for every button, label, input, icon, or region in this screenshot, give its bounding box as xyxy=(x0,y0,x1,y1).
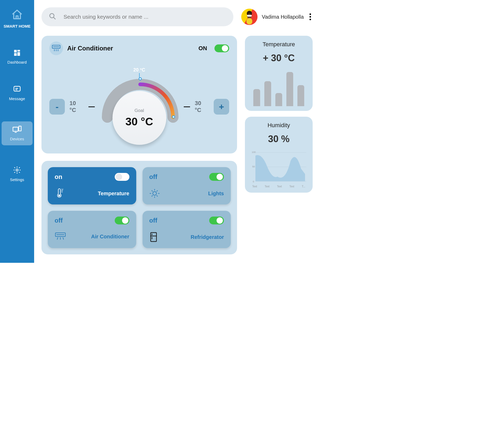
device-label: Air Conditioner xyxy=(91,234,129,240)
increase-button[interactable]: + xyxy=(214,99,229,115)
humidity-card: Humidity 30 % 100 50 0 Text Text xyxy=(245,117,313,193)
svg-text:0: 0 xyxy=(253,180,254,183)
sidebar-item-dashboard[interactable]: Dashboard xyxy=(7,49,27,64)
grid-icon xyxy=(13,49,21,57)
home-icon xyxy=(11,9,23,20)
tick-right xyxy=(184,106,190,107)
svg-rect-12 xyxy=(247,15,252,17)
device-toggle[interactable] xyxy=(209,173,224,181)
device-state: off xyxy=(55,217,63,224)
stats-column: Temperature + 30 °C Humidity 30 % 100 xyxy=(245,36,313,263)
svg-text:°C: °C xyxy=(61,188,64,191)
message-icon xyxy=(13,85,21,93)
svg-rect-2 xyxy=(17,52,20,56)
sidebar-item-label: Dashboard xyxy=(7,60,27,64)
device-state: off xyxy=(149,173,158,181)
svg-text:100: 100 xyxy=(252,151,256,153)
device-state: on xyxy=(55,173,62,181)
device-label: Refridgerator xyxy=(191,234,224,240)
svg-rect-6 xyxy=(19,126,21,131)
ac-card: Air Conditioner ON - 10 °C 20 °C xyxy=(41,36,237,153)
svg-rect-11 xyxy=(246,18,252,24)
ac-icon xyxy=(55,232,66,241)
fridge-icon xyxy=(149,232,161,242)
gauge-goal-label: Goal xyxy=(135,108,144,113)
device-grid-card: on °C Temperature xyxy=(41,161,237,254)
light-icon xyxy=(149,188,161,199)
device-tile-temperature[interactable]: on °C Temperature xyxy=(48,167,136,204)
humidity-title: Humidity xyxy=(251,122,306,129)
svg-point-16 xyxy=(153,192,156,195)
svg-point-7 xyxy=(16,169,18,171)
gauge-dot-right xyxy=(172,115,175,119)
device-tile-lights[interactable]: off Lights xyxy=(143,167,231,204)
avatar xyxy=(241,9,258,25)
device-toggle[interactable] xyxy=(209,217,224,224)
svg-point-14 xyxy=(59,195,60,196)
ac-status-label: ON xyxy=(198,45,207,52)
topbar: Vadima Hollapolla xyxy=(41,7,313,26)
sidebar-item-devices[interactable]: Devices xyxy=(2,121,32,145)
device-toggle[interactable] xyxy=(115,173,129,181)
device-toggle[interactable] xyxy=(115,217,129,224)
range-top: 20 °C xyxy=(133,67,145,73)
sidebar-brand[interactable]: SMART HOME xyxy=(4,9,31,28)
svg-rect-4 xyxy=(14,86,20,91)
temperature-dial[interactable]: 20 °C xyxy=(99,67,179,146)
svg-rect-18 xyxy=(151,233,156,242)
gauge-dot-top xyxy=(139,77,142,80)
search-input[interactable] xyxy=(64,14,226,20)
decrease-button[interactable]: - xyxy=(49,99,65,115)
temperature-bar-chart xyxy=(251,69,306,106)
temperature-card: Temperature + 30 °C xyxy=(245,36,313,111)
gear-icon xyxy=(13,166,21,174)
tick-left xyxy=(88,106,95,107)
ac-toggle[interactable] xyxy=(214,44,229,52)
svg-rect-5 xyxy=(13,127,18,131)
temperature-title: Temperature xyxy=(251,41,306,48)
range-left: 10 °C xyxy=(70,100,84,114)
username: Vadima Hollapolla xyxy=(262,14,304,20)
sidebar-item-message[interactable]: Message xyxy=(9,85,25,101)
kebab-menu-icon[interactable] xyxy=(308,12,313,22)
ac-unit-icon xyxy=(49,42,63,55)
thermo-icon: °C xyxy=(55,188,66,199)
svg-rect-1 xyxy=(17,50,20,52)
sidebar-item-label: Devices xyxy=(10,137,24,141)
user-menu[interactable]: Vadima Hollapolla xyxy=(241,9,313,25)
brand-label: SMART HOME xyxy=(4,24,31,28)
devices-icon xyxy=(13,126,22,134)
device-tile-refrigerator[interactable]: off Refridgerator xyxy=(143,211,231,248)
humidity-value: 30 % xyxy=(251,134,306,145)
sidebar-item-label: Settings xyxy=(10,177,24,182)
sidebar-item-settings[interactable]: Settings xyxy=(10,166,24,182)
device-tile-air-conditioner[interactable]: off Air Conditioner xyxy=(48,211,136,248)
main: Vadima Hollapolla Air Conditioner ON xyxy=(34,0,315,263)
gauge-center: Goal 30 °C xyxy=(112,91,166,145)
svg-text:50: 50 xyxy=(252,165,255,168)
device-state: off xyxy=(149,217,158,224)
humidity-area-chart: 100 50 0 xyxy=(251,150,306,184)
sidebar: SMART HOME Dashboard Message Devices Set xyxy=(0,0,34,263)
sidebar-item-label: Message xyxy=(9,96,25,101)
search-icon xyxy=(49,13,56,21)
gauge-goal-value: 30 °C xyxy=(125,115,153,128)
device-label: Temperature xyxy=(98,191,129,197)
ac-title: Air Conditioner xyxy=(67,45,113,52)
range-right: 30 °C xyxy=(195,100,209,114)
temperature-value: + 30 °C xyxy=(251,53,306,64)
search-bar[interactable] xyxy=(41,7,233,26)
svg-rect-0 xyxy=(14,50,17,53)
svg-rect-3 xyxy=(14,53,17,56)
device-label: Lights xyxy=(208,191,224,197)
humidity-x-axis: Text Text Text Text T... xyxy=(251,184,306,188)
